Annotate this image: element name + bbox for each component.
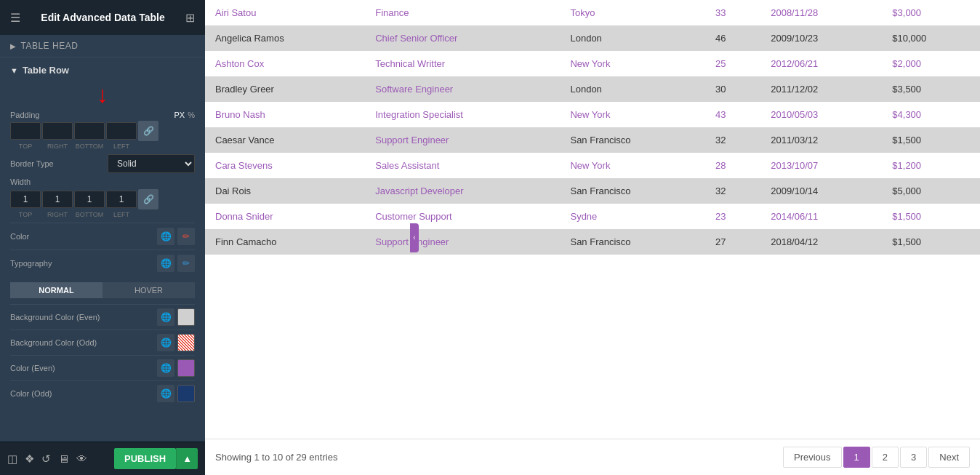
padding-left-input[interactable] xyxy=(106,122,137,140)
table-row: Caesar VanceSupport EngineerSan Francisc… xyxy=(205,127,980,153)
cell-office: New York xyxy=(560,102,704,127)
cell-age: 32 xyxy=(705,127,760,153)
width-sublabels: TOP RIGHT BOTTOM LEFT xyxy=(10,211,195,218)
color-even-actions: 🌐 xyxy=(157,359,195,377)
left-header: ☰ Edit Advanced Data Table ⊞ xyxy=(0,0,205,35)
bg-odd-swatch[interactable] xyxy=(177,334,195,351)
typography-globe-button[interactable]: 🌐 xyxy=(157,255,174,272)
color-odd-row: Color (Odd) 🌐 xyxy=(10,380,195,406)
padding-inputs: 🔗 xyxy=(10,121,195,141)
page-1-button[interactable]: 1 xyxy=(843,447,870,468)
color-even-swatch[interactable] xyxy=(177,359,195,377)
cell-office: London xyxy=(560,25,704,51)
next-button[interactable]: Next xyxy=(928,447,970,468)
cell-age: 28 xyxy=(705,153,760,178)
cell-date: 2010/05/03 xyxy=(760,102,882,127)
pagination: Previous 1 2 3 Next xyxy=(783,447,970,468)
table-row-title[interactable]: ▼ Table Row xyxy=(10,65,195,76)
color-pencil-button[interactable]: ✏ xyxy=(177,228,195,245)
hamburger-icon[interactable]: ☰ xyxy=(10,11,20,25)
bg-odd-globe-button[interactable]: 🌐 xyxy=(157,334,174,351)
publish-dropdown-button[interactable]: ▲ xyxy=(176,448,198,469)
padding-link-button[interactable]: 🔗 xyxy=(138,121,158,141)
cell-position: Technical Writter xyxy=(365,51,560,76)
cell-position: Integration Specialist xyxy=(365,102,560,127)
width-right-input[interactable]: 1 xyxy=(42,191,73,208)
grid-icon[interactable]: ⊞ xyxy=(185,11,195,25)
cell-salary: $3,500 xyxy=(882,76,980,102)
width-bottom-input[interactable]: 1 xyxy=(74,191,105,208)
cell-salary: $10,000 xyxy=(882,25,980,51)
cell-age: 30 xyxy=(705,76,760,102)
bg-odd-actions: 🌐 xyxy=(157,334,195,351)
padding-bottom-input[interactable] xyxy=(74,122,105,140)
table-footer: Showing 1 to 10 of 29 entries Previous 1… xyxy=(205,439,980,475)
cell-office: New York xyxy=(560,153,704,178)
hover-tab[interactable]: HOVER xyxy=(103,282,195,298)
color-globe-button[interactable]: 🌐 xyxy=(157,228,174,245)
color-odd-globe-button[interactable]: 🌐 xyxy=(157,385,174,402)
table-row: Dai RoisJavascript DeveloperSan Francisc… xyxy=(205,178,980,204)
cell-name: Airi Satou xyxy=(205,0,365,25)
red-arrow-indicator: ↓ xyxy=(10,83,195,106)
cell-age: 32 xyxy=(705,178,760,204)
bottom-label: BOTTOM xyxy=(74,143,105,150)
shapes-icon[interactable]: ❖ xyxy=(25,452,34,466)
cell-position: Customer Support xyxy=(365,204,560,229)
width-top-input[interactable]: 1 xyxy=(10,191,41,208)
bg-even-row: Background Color (Even) 🌐 xyxy=(10,304,195,330)
cell-name: Cara Stevens xyxy=(205,153,365,178)
top-label: TOP xyxy=(10,143,41,150)
normal-hover-tabs: NORMAL HOVER xyxy=(10,282,195,298)
table-row-arrow: ▼ xyxy=(10,66,18,75)
publish-wrap: PUBLISH ▲ xyxy=(114,448,198,469)
padding-top-input[interactable] xyxy=(10,122,41,140)
table-head-section[interactable]: ▶ Table Head xyxy=(0,35,205,57)
publish-button[interactable]: PUBLISH xyxy=(114,448,176,469)
history-icon[interactable]: ↺ xyxy=(41,452,51,466)
normal-tab[interactable]: NORMAL xyxy=(10,282,103,298)
cell-position: Chief Senior Officer xyxy=(365,25,560,51)
bg-even-globe-button[interactable]: 🌐 xyxy=(157,308,174,326)
typography-pencil-button[interactable]: ✏ xyxy=(177,255,195,272)
bg-even-swatch[interactable] xyxy=(177,308,195,326)
layers-icon[interactable]: ◫ xyxy=(7,452,17,466)
width-link-button[interactable]: 🔗 xyxy=(138,189,158,209)
collapse-handle[interactable]: ‹ xyxy=(410,223,419,252)
color-actions: 🌐 ✏ xyxy=(157,228,195,245)
relative-wrap: ‹ Airi SatouFinanceTokyo332008/11/28$3,0… xyxy=(205,0,980,475)
padding-right-input[interactable] xyxy=(42,122,73,140)
cell-salary: $2,000 xyxy=(882,51,980,76)
cell-position: Javascript Developer xyxy=(365,178,560,204)
left-footer: ◫ ❖ ↺ 🖥 👁 PUBLISH ▲ xyxy=(0,442,205,475)
width-left-input[interactable]: 1 xyxy=(106,191,137,208)
border-type-row: Border Type Solid Dashed Dotted None xyxy=(10,154,195,173)
color-odd-actions: 🌐 xyxy=(157,385,195,402)
cell-name: Bradley Greer xyxy=(205,76,365,102)
page-3-button[interactable]: 3 xyxy=(900,447,927,468)
w-right-label: RIGHT xyxy=(42,211,73,218)
cell-date: 2014/06/11 xyxy=(760,204,882,229)
padding-label: Padding xyxy=(10,111,39,119)
color-even-globe-button[interactable]: 🌐 xyxy=(157,359,174,377)
desktop-icon[interactable]: 🖥 xyxy=(58,452,69,466)
prev-button[interactable]: Previous xyxy=(783,447,842,468)
width-row: Width xyxy=(10,177,195,186)
cell-position: Support Engineer xyxy=(365,229,560,255)
cell-salary: $1,500 xyxy=(882,127,980,153)
cell-salary: $3,000 xyxy=(882,0,980,25)
color-odd-swatch[interactable] xyxy=(177,385,195,402)
cell-office: New York xyxy=(560,51,704,76)
unit-pct[interactable]: % xyxy=(188,111,195,119)
color-even-row: Color (Even) 🌐 xyxy=(10,355,195,380)
padding-row: Padding PX % xyxy=(10,111,195,119)
cell-name: Donna Snider xyxy=(205,204,365,229)
down-arrow-icon: ↓ xyxy=(97,83,108,106)
cell-date: 2009/10/14 xyxy=(760,178,882,204)
right-label: RIGHT xyxy=(42,143,73,150)
border-type-select[interactable]: Solid Dashed Dotted None xyxy=(108,154,195,173)
eye-icon[interactable]: 👁 xyxy=(76,452,87,466)
page-2-button[interactable]: 2 xyxy=(872,447,899,468)
cell-salary: $1,200 xyxy=(882,153,980,178)
unit-px[interactable]: PX xyxy=(174,111,185,119)
